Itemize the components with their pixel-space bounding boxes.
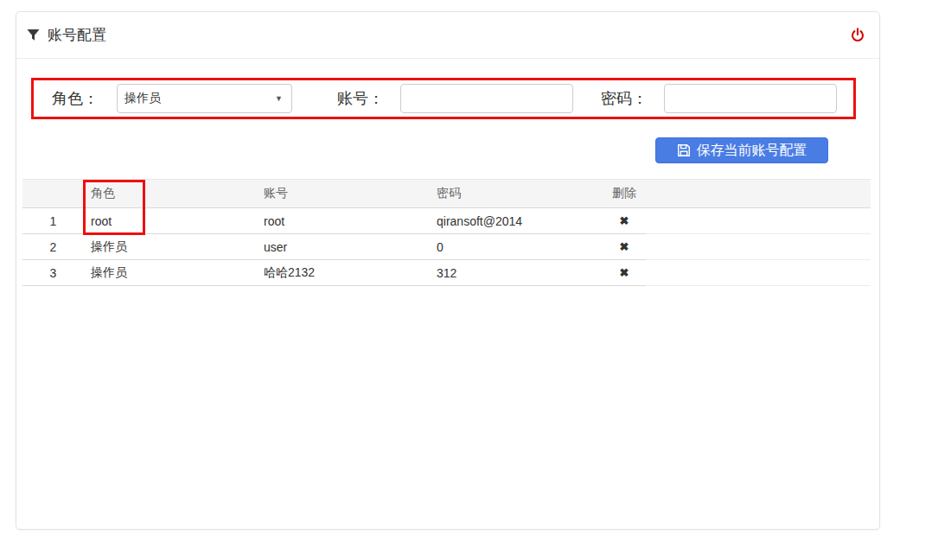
row-index: 2 <box>22 234 84 260</box>
row-password: 312 <box>430 260 603 286</box>
row-filler <box>646 208 871 234</box>
chevron-down-icon: ▼ <box>275 94 283 103</box>
col-header-delete: 删除 <box>603 180 646 208</box>
save-account-config-button[interactable]: 保存当前账号配置 <box>655 137 828 163</box>
col-header-index <box>22 180 84 208</box>
password-label: 密码： <box>601 88 648 109</box>
save-button-label: 保存当前账号配置 <box>697 142 807 160</box>
power-icon[interactable] <box>851 28 865 42</box>
table-row: 3 操作员 哈哈2132 312 ✖ <box>22 260 871 286</box>
delete-row-button[interactable]: ✖ <box>603 234 646 260</box>
row-role: 操作员 <box>84 234 257 260</box>
delete-row-button[interactable]: ✖ <box>603 260 646 286</box>
filter-icon <box>27 29 40 41</box>
account-label: 账号： <box>337 88 384 109</box>
page-title: 账号配置 <box>48 25 106 45</box>
row-filler <box>646 234 871 260</box>
form-annotation-box: 角色： 操作员 ▼ 账号： 密码： <box>31 78 856 119</box>
row-account: root <box>257 208 430 234</box>
row-index: 1 <box>22 208 84 234</box>
col-header-password: 密码 <box>430 180 603 208</box>
table-header-row: 角色 账号 密码 删除 <box>22 179 871 208</box>
row-index: 3 <box>22 260 84 286</box>
delete-row-button[interactable]: ✖ <box>603 208 646 234</box>
role-label: 角色： <box>52 88 99 109</box>
row-role: 操作员 <box>84 260 257 286</box>
role-select[interactable]: 操作员 ▼ <box>117 84 292 113</box>
accounts-table: 角色 账号 密码 删除 1 root root qiransoft@2014 ✖… <box>22 179 871 286</box>
table-row: 1 root root qiransoft@2014 ✖ <box>22 208 871 234</box>
row-account: 哈哈2132 <box>257 260 430 286</box>
account-input[interactable] <box>400 84 573 113</box>
account-config-panel: 账号配置 角色： 操作员 ▼ 账号： 密码： 保存当前账号配置 <box>16 11 880 530</box>
table-row: 2 操作员 user 0 ✖ <box>22 234 871 260</box>
row-filler <box>646 260 871 286</box>
panel-header: 账号配置 <box>16 12 879 59</box>
col-header-account: 账号 <box>257 180 430 208</box>
role-select-value: 操作员 <box>124 91 161 106</box>
col-header-role: 角色 <box>84 180 257 208</box>
row-account: user <box>257 234 430 260</box>
row-password: 0 <box>430 234 603 260</box>
password-input[interactable] <box>664 84 837 113</box>
table-header-filler <box>646 180 871 208</box>
row-password: qiransoft@2014 <box>430 208 603 234</box>
save-icon <box>677 143 691 157</box>
row-role: root <box>84 208 257 234</box>
